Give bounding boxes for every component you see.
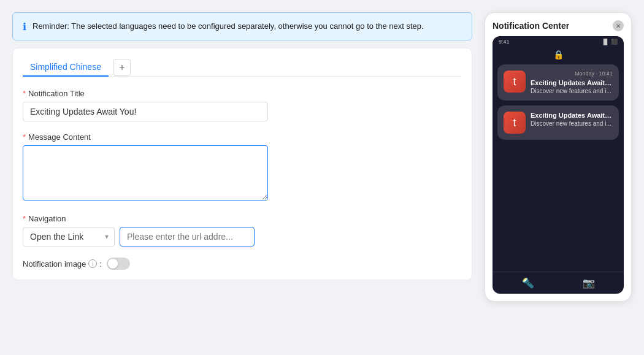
notification-image-toggle[interactable]: [107, 258, 130, 270]
notif-app-icon-2: t: [504, 112, 526, 134]
info-tooltip-icon[interactable]: i: [88, 259, 97, 268]
navigation-label: * Navigation: [23, 214, 462, 223]
camera-icon: 📷: [583, 277, 595, 289]
notification-image-row: Notification image i :: [23, 258, 462, 270]
navigation-row: Open the Link Open the App No Action: [23, 227, 462, 246]
notif-body-2: Discover new features and i...: [531, 120, 613, 127]
url-input[interactable]: [120, 227, 255, 246]
info-icon: ℹ: [23, 21, 26, 32]
right-panel: Notification Center ✕ 9:41 ▐▌ ⬛ 🔒 t Mond…: [485, 12, 632, 302]
flashlight-icon: 🔦: [522, 277, 534, 289]
phone-title: Notification Center: [493, 21, 569, 31]
tab-simplified-chinese[interactable]: Simplified Chinese: [23, 58, 109, 77]
notification-title-input[interactable]: [23, 102, 268, 121]
phone-lock-area: 🔒: [493, 47, 624, 64]
message-content-field: * Message Content: [23, 132, 462, 203]
phone-screen: 9:41 ▐▌ ⬛ 🔒 t Monday · 10:41 Exciting Up…: [493, 36, 624, 294]
notification-title-label: * Notification Title: [23, 89, 462, 98]
required-star: *: [23, 89, 26, 98]
message-content-label: * Message Content: [23, 132, 462, 142]
navigation-field: * Navigation Open the Link Open the App …: [23, 214, 462, 246]
phone-header: Notification Center ✕: [493, 20, 624, 31]
nav-select-wrapper: Open the Link Open the App No Action: [23, 227, 115, 246]
phone-signal: ▐▌ ⬛: [602, 39, 618, 45]
phone-close-button[interactable]: ✕: [613, 20, 624, 31]
form-card: Simplified Chinese + * Notification Titl…: [12, 48, 472, 280]
phone-bottom-bar: 🔦 📷: [493, 272, 624, 294]
notif-content-2: Exciting Updates Await You! Discover new…: [531, 112, 613, 127]
notif-app-icon-1: t: [504, 71, 526, 93]
alert-box: ℹ Reminder: The selected languages need …: [12, 12, 472, 40]
notif-title-1: Exciting Updates Await You!: [531, 79, 613, 86]
notif-body-1: Discover new features and i...: [531, 88, 613, 94]
navigation-select[interactable]: Open the Link Open the App No Action: [23, 227, 115, 246]
phone-time: 9:41: [499, 39, 510, 45]
required-star-message: *: [23, 132, 26, 142]
required-star-nav: *: [23, 214, 26, 223]
notif-content-1: Monday · 10:41 Exciting Updates Await Yo…: [531, 71, 613, 94]
notif-time-1: Monday · 10:41: [531, 71, 613, 77]
notification-title-field: * Notification Title: [23, 89, 462, 121]
message-content-textarea[interactable]: [23, 145, 268, 200]
left-panel: ℹ Reminder: The selected languages need …: [12, 12, 472, 302]
phone-mockup: Notification Center ✕ 9:41 ▐▌ ⬛ 🔒 t Mond…: [485, 12, 632, 302]
alert-text: Reminder: The selected languages need to…: [33, 20, 424, 32]
page-wrapper: ℹ Reminder: The selected languages need …: [12, 12, 632, 302]
lock-icon: 🔒: [553, 50, 564, 59]
tabs-row: Simplified Chinese +: [23, 58, 462, 77]
notification-card-1: t Monday · 10:41 Exciting Updates Await …: [497, 64, 619, 101]
notification-card-2: t Exciting Updates Await You! Discover n…: [497, 105, 619, 140]
phone-status-bar: 9:41 ▐▌ ⬛: [493, 36, 624, 47]
notif-title-2: Exciting Updates Await You!: [531, 112, 613, 119]
add-tab-button[interactable]: +: [113, 59, 131, 76]
notification-image-label: Notification image i :: [23, 259, 102, 269]
